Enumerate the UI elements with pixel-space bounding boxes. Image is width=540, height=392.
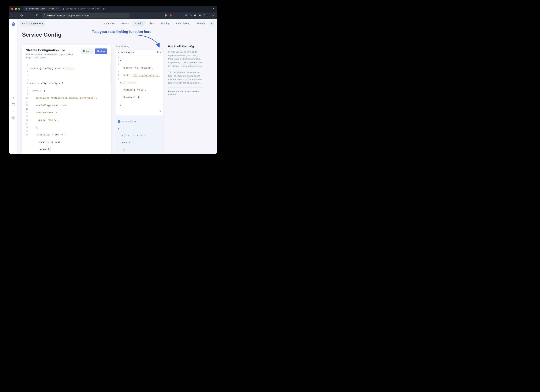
breadcrumb-org: 's Org (22, 22, 28, 25)
svg-point-0 (190, 15, 191, 16)
read-more-label: Read more about the available options (168, 90, 203, 95)
user-avatar[interactable] (11, 116, 15, 120)
chevron-down-icon[interactable]: ▾ (118, 51, 119, 54)
close-window[interactable] (11, 8, 13, 10)
close-icon[interactable]: × (56, 7, 58, 10)
nav-overview[interactable]: Overview (102, 21, 117, 26)
stellate-icon (62, 8, 65, 10)
discard-button[interactable]: Discard (81, 49, 93, 54)
feedback-icon[interactable] (12, 109, 15, 113)
window-expand-icon[interactable] (212, 7, 215, 10)
urlbar: dev.stellate.co/app/s-org/my-service/con… (9, 12, 217, 19)
maximize-window[interactable] (18, 8, 20, 10)
config-card: Stellate Configuration File This file is… (22, 45, 111, 154)
url-text: dev.stellate.co/app/s-org/my-service/con… (47, 14, 90, 17)
middle-column: Rate Limiting ▾ New request Test 123 456… (116, 45, 164, 154)
forward-icon (16, 14, 18, 17)
card-subtitle: This file is a direct representation of … (26, 53, 77, 59)
info-icon: i (118, 120, 120, 123)
side-heading: How to edit the config (168, 45, 203, 48)
tabs: my-service Config - Stellate × Debugging… (23, 6, 212, 11)
read-more-link[interactable]: Read more about the available options › (168, 88, 203, 95)
app-frame: 's Org › my-service Overview Metrics Con… (9, 19, 217, 154)
svg-rect-3 (208, 15, 210, 16)
breadcrumb-service: my-service (31, 22, 43, 25)
svg-rect-1 (203, 15, 205, 16)
whirl-icon[interactable] (189, 14, 192, 17)
nav-config[interactable]: Config (133, 21, 145, 26)
share-icon[interactable] (157, 14, 160, 17)
nav-purging[interactable]: Purging (159, 21, 172, 26)
url-field[interactable]: dev.stellate.co/app/s-org/my-service/con… (42, 13, 130, 18)
puzzle-icon[interactable] (198, 14, 201, 17)
menu-icon[interactable] (212, 14, 215, 17)
chevron-right-icon: › (203, 92, 203, 94)
trash-icon[interactable] (159, 109, 162, 113)
titlebar: my-service Config - Stellate × Debugging… (9, 6, 217, 12)
minimize-window[interactable] (15, 8, 17, 10)
nav-rate-limiting[interactable]: Rate Limiting (174, 21, 193, 26)
new-tab-button[interactable]: + (103, 7, 105, 11)
nav-alerts[interactable]: Alerts (146, 21, 157, 26)
nav-items: Overview Metrics Config Alerts Purging R… (102, 21, 214, 26)
request-json-editor[interactable]: 123 456 { "name": "New request", "url": … (116, 55, 164, 115)
main-app: 's Org › my-service Overview Metrics Con… (18, 19, 217, 154)
chevron-right-icon: › (29, 22, 30, 25)
line-numbers: 1234567891011121314151617181920 (22, 63, 30, 154)
tab-label: Debugging Functions - Stellate Doc (66, 8, 99, 10)
result-panel[interactable]: iRate Limits: { "state": "success", "res… (116, 115, 164, 154)
svg-rect-4 (12, 103, 15, 106)
request-header: ▾ New request Test (116, 49, 164, 55)
arrow-icon (137, 34, 161, 50)
json-line-numbers: 123 456 (116, 55, 120, 114)
code-body[interactable]: import { Config } from 'stellate' const … (30, 63, 111, 154)
url-right-icons: | (157, 14, 215, 17)
stellate-icon (25, 8, 28, 10)
shield-icon[interactable] (164, 14, 167, 17)
help-sidebar: How to edit the config In here you will … (168, 45, 203, 154)
content: Service Config Test your rate limiting f… (18, 28, 217, 154)
request-name[interactable]: New request (120, 51, 157, 54)
sparkle-icon[interactable] (12, 97, 15, 100)
nav-metrics[interactable]: Metrics (118, 21, 131, 26)
back-icon[interactable] (11, 14, 14, 17)
request-panel: ▾ New request Test 123 456 { "name": "Ne… (116, 49, 164, 115)
nav-settings[interactable]: Settings (194, 21, 208, 26)
card-title: Stellate Configuration File (26, 49, 77, 52)
side-para-1: In here you will see the code-representa… (168, 50, 203, 68)
stellate-logo[interactable] (11, 22, 16, 27)
code-editor[interactable]: 1234567891011121314151617181920 import {… (22, 63, 111, 154)
svg-point-5 (13, 117, 14, 118)
brave-icon[interactable] (169, 14, 172, 17)
review-button[interactable]: Review (95, 49, 107, 54)
minimap[interactable] (110, 63, 111, 82)
breadcrumb[interactable]: 's Org › my-service (20, 21, 45, 26)
browser-window: my-service Config - Stellate × Debugging… (9, 6, 217, 154)
tab-0[interactable]: my-service Config - Stellate × (23, 6, 60, 11)
cloud-icon[interactable] (194, 14, 197, 17)
minimap-mark (109, 78, 111, 78)
tab-label: my-service Config - Stellate (29, 8, 55, 10)
wallet-icon[interactable] (207, 14, 210, 17)
left-rail (9, 19, 18, 154)
bookmark-icon[interactable] (36, 14, 38, 17)
terminal-icon[interactable] (12, 103, 15, 106)
tab-1[interactable]: Debugging Functions - Stellate Doc (60, 6, 101, 11)
traffic-lights (11, 8, 20, 10)
lock-icon (44, 14, 46, 16)
test-button[interactable]: Test (157, 51, 161, 54)
side-para-2: You can add one cache rule per type. The… (168, 71, 203, 85)
sidebar-icon[interactable] (203, 14, 206, 17)
play-button[interactable] (209, 21, 214, 26)
top-nav: 's Org › my-service Overview Metrics Con… (18, 19, 217, 28)
gem-icon[interactable] (185, 14, 187, 17)
annotation-text: Test your rate limiting function here (92, 30, 151, 34)
reload-icon[interactable] (20, 14, 23, 17)
